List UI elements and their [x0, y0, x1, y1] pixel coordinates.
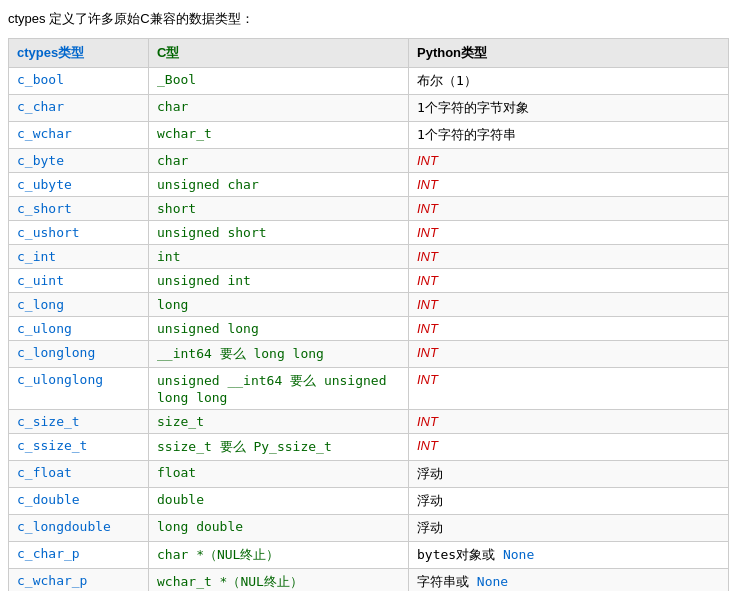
ctypes-cell: c_long — [9, 293, 149, 317]
table-row: c_ulonglongunsigned __int64 要么 unsigned … — [9, 368, 729, 410]
ctype-cell: float — [149, 461, 409, 488]
python-cell: INT — [409, 317, 729, 341]
ctypes-cell: c_wchar — [9, 122, 149, 149]
intro-text: ctypes 定义了许多原始C兼容的数据类型： — [8, 10, 729, 28]
ctype-cell: __int64 要么 long long — [149, 341, 409, 368]
table-row: c_shortshortINT — [9, 197, 729, 221]
ctypes-cell: c_longlong — [9, 341, 149, 368]
ctypes-cell: c_int — [9, 245, 149, 269]
ctypes-table: ctypes类型 C型 Python类型 c_bool_Bool布尔（1）c_c… — [8, 38, 729, 591]
table-row: c_bool_Bool布尔（1） — [9, 68, 729, 95]
ctype-cell: long double — [149, 515, 409, 542]
python-cell: 浮动 — [409, 515, 729, 542]
table-row: c_ubyteunsigned charINT — [9, 173, 729, 197]
python-cell: bytes对象或 None — [409, 542, 729, 569]
table-row: c_uintunsigned intINT — [9, 269, 729, 293]
python-cell: 浮动 — [409, 461, 729, 488]
ctype-cell: unsigned long — [149, 317, 409, 341]
ctype-cell: unsigned int — [149, 269, 409, 293]
ctypes-cell: c_uint — [9, 269, 149, 293]
table-row: c_char_pchar *（NUL终止）bytes对象或 None — [9, 542, 729, 569]
table-row: c_longlongINT — [9, 293, 729, 317]
table-row: c_size_tsize_tINT — [9, 410, 729, 434]
ctype-cell: char *（NUL终止） — [149, 542, 409, 569]
python-cell: INT — [409, 434, 729, 461]
ctypes-cell: c_ubyte — [9, 173, 149, 197]
table-row: c_doubledouble浮动 — [9, 488, 729, 515]
ctype-cell: unsigned short — [149, 221, 409, 245]
table-row: c_ushortunsigned shortINT — [9, 221, 729, 245]
ctype-cell: double — [149, 488, 409, 515]
ctypes-cell: c_char — [9, 95, 149, 122]
table-row: c_charchar1个字符的字节对象 — [9, 95, 729, 122]
ctype-cell: long — [149, 293, 409, 317]
ctypes-cell: c_ulonglong — [9, 368, 149, 410]
python-cell: INT — [409, 368, 729, 410]
table-row: c_longdoublelong double浮动 — [9, 515, 729, 542]
header-ctype: C型 — [149, 39, 409, 68]
ctypes-cell: c_short — [9, 197, 149, 221]
table-row: c_ssize_tssize_t 要么 Py_ssize_tINT — [9, 434, 729, 461]
ctypes-cell: c_ulong — [9, 317, 149, 341]
header-python: Python类型 — [409, 39, 729, 68]
python-cell: 浮动 — [409, 488, 729, 515]
python-cell: 1个字符的字符串 — [409, 122, 729, 149]
python-cell: INT — [409, 149, 729, 173]
python-cell: INT — [409, 221, 729, 245]
table-row: c_wchar_pwchar_t *（NUL终止）字符串或 None — [9, 569, 729, 592]
python-cell: INT — [409, 173, 729, 197]
python-cell: INT — [409, 245, 729, 269]
ctypes-cell: c_char_p — [9, 542, 149, 569]
ctypes-cell: c_float — [9, 461, 149, 488]
table-row: c_intintINT — [9, 245, 729, 269]
ctypes-cell: c_double — [9, 488, 149, 515]
python-cell: INT — [409, 197, 729, 221]
table-row: c_longlong__int64 要么 long longINT — [9, 341, 729, 368]
table-row: c_ulongunsigned longINT — [9, 317, 729, 341]
table-row: c_wcharwchar_t1个字符的字符串 — [9, 122, 729, 149]
ctype-cell: char — [149, 95, 409, 122]
python-cell: 字符串或 None — [409, 569, 729, 592]
table-header-row: ctypes类型 C型 Python类型 — [9, 39, 729, 68]
python-cell: INT — [409, 269, 729, 293]
ctype-cell: int — [149, 245, 409, 269]
ctype-cell: char — [149, 149, 409, 173]
ctypes-cell: c_bool — [9, 68, 149, 95]
header-ctypes: ctypes类型 — [9, 39, 149, 68]
ctype-cell: unsigned __int64 要么 unsigned long long — [149, 368, 409, 410]
python-cell: INT — [409, 410, 729, 434]
ctype-cell: wchar_t *（NUL终止） — [149, 569, 409, 592]
python-cell: INT — [409, 341, 729, 368]
table-row: c_bytecharINT — [9, 149, 729, 173]
ctype-cell: wchar_t — [149, 122, 409, 149]
python-cell: INT — [409, 293, 729, 317]
ctypes-cell: c_longdouble — [9, 515, 149, 542]
python-cell: 布尔（1） — [409, 68, 729, 95]
ctypes-cell: c_ssize_t — [9, 434, 149, 461]
table-row: c_floatfloat浮动 — [9, 461, 729, 488]
ctypes-cell: c_size_t — [9, 410, 149, 434]
ctype-cell: _Bool — [149, 68, 409, 95]
ctypes-cell: c_ushort — [9, 221, 149, 245]
ctypes-cell: c_byte — [9, 149, 149, 173]
ctype-cell: ssize_t 要么 Py_ssize_t — [149, 434, 409, 461]
ctype-cell: size_t — [149, 410, 409, 434]
ctype-cell: short — [149, 197, 409, 221]
ctype-cell: unsigned char — [149, 173, 409, 197]
ctypes-cell: c_wchar_p — [9, 569, 149, 592]
python-cell: 1个字符的字节对象 — [409, 95, 729, 122]
